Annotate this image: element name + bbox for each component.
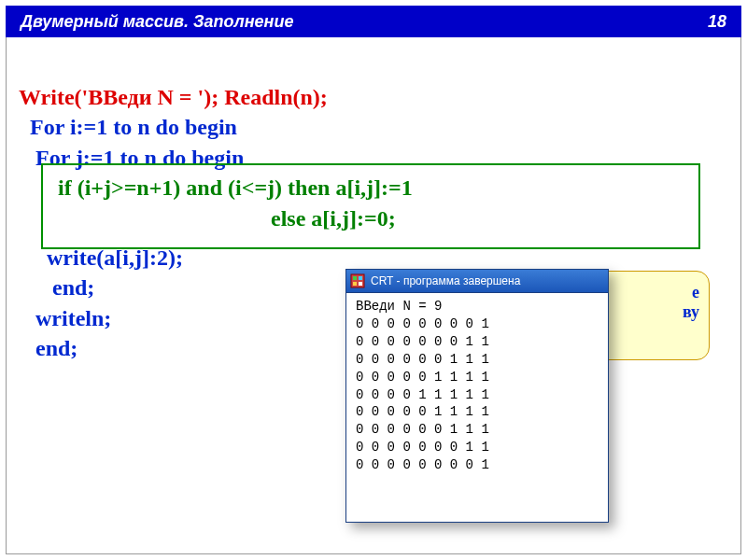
- crt-titlebar: CRT - программа завершена: [345, 269, 609, 293]
- crt-matrix: 0 0 0 0 0 0 0 0 1 0 0 0 0 0 0 0 1 1 0 0 …: [356, 315, 599, 474]
- code-for-i: For i:=1 to n do begin: [19, 112, 413, 142]
- app-icon: [350, 273, 365, 288]
- crt-output: ВВеди N = 9 0 0 0 0 0 0 0 0 1 0 0 0 0 0 …: [345, 293, 609, 523]
- slide-page-number: 18: [708, 12, 726, 32]
- svg-rect-3: [353, 282, 357, 286]
- code-readln: Readln(n);: [224, 85, 328, 109]
- slide-title: Двумерный массив. Заполнение: [21, 12, 294, 32]
- svg-rect-4: [359, 282, 362, 286]
- highlight-box: [41, 163, 700, 249]
- svg-rect-2: [359, 276, 362, 280]
- code-write: Write('ВВеди N = ');: [19, 85, 224, 109]
- crt-window: CRT - программа завершена ВВеди N = 9 0 …: [345, 269, 609, 523]
- crt-prompt: ВВеди N = 9: [356, 299, 599, 314]
- slide-header: Двумерный массив. Заполнение 18: [6, 6, 741, 37]
- crt-title: CRT - программа завершена: [371, 274, 520, 287]
- svg-rect-1: [353, 276, 357, 280]
